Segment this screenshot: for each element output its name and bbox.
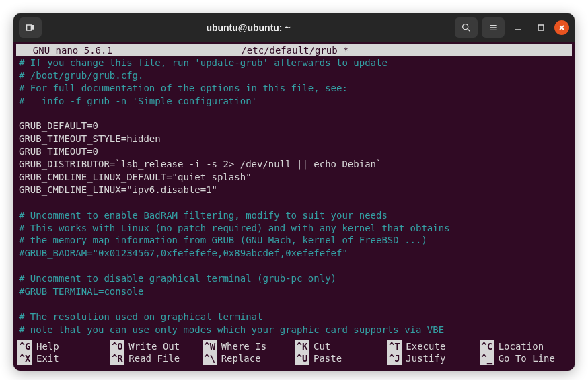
shortcut: ^XExit — [17, 352, 108, 365]
editor-line: # The resolution used on graphical termi… — [19, 311, 569, 324]
hamburger-menu-button[interactable] — [482, 17, 505, 38]
editor-line — [19, 298, 569, 311]
shortcut-label: Go To Line — [494, 352, 555, 365]
shortcut: ^JJustify — [387, 352, 478, 365]
editor-line: # /boot/grub/grub.cfg. — [19, 69, 569, 82]
nano-shortcuts: ^GHelp^OWrite Out^WWhere Is^KCut^TExecut… — [16, 340, 572, 369]
editor-line: # For full documentation of the options … — [19, 82, 569, 95]
shortcut-label: Cut — [309, 340, 330, 353]
shortcut: ^UPaste — [295, 352, 385, 365]
terminal-content[interactable]: GNU nano 5.6.1 /etc/default/grub * # If … — [13, 42, 575, 371]
editor-line: #GRUB_TERMINAL=console — [19, 285, 569, 298]
shortcut-label: Justify — [402, 352, 445, 365]
shortcut-label: Replace — [217, 352, 261, 365]
shortcut: ^CLocation — [480, 340, 571, 353]
shortcut-key: ^U — [295, 352, 309, 365]
editor-line: #GRUB_BADRAM="0x01234567,0xfefefefe,0x89… — [19, 247, 569, 260]
editor-line: GRUB_CMDLINE_LINUX="ipv6.disable=1" — [19, 184, 569, 196]
editor-line: # the memory map information from GRUB (… — [19, 234, 569, 247]
editor-line — [19, 260, 569, 272]
shortcut-key: ^X — [17, 352, 32, 365]
nano-file-name: /etc/default/grub * — [112, 44, 478, 57]
minimize-button[interactable] — [509, 18, 527, 37]
nano-header: GNU nano 5.6.1 /etc/default/grub * — [16, 44, 572, 56]
close-button[interactable] — [554, 20, 569, 35]
editor-line — [19, 196, 569, 209]
nano-app-name: GNU nano 5.6.1 — [16, 44, 112, 57]
shortcut-label: Location — [494, 340, 544, 353]
shortcut-label: Exit — [32, 352, 59, 365]
shortcut-key: ^O — [110, 340, 124, 353]
svg-rect-6 — [538, 25, 544, 30]
shortcut-key: ^W — [203, 340, 217, 353]
window-title: ubuntu@ubuntu: ~ — [46, 22, 451, 33]
shortcut-label: Execute — [402, 340, 445, 353]
shortcut: ^RRead File — [110, 352, 200, 365]
shortcut-key: ^T — [387, 340, 402, 353]
editor-line: GRUB_DEFAULT=0 — [19, 120, 569, 132]
editor-line: # Uncomment to disable graphical termina… — [19, 272, 569, 285]
new-tab-button[interactable] — [19, 17, 42, 38]
shortcut-key: ^R — [110, 352, 124, 365]
shortcut-key: ^K — [295, 340, 309, 353]
editor-line: # Uncomment to enable BadRAM filtering, … — [19, 209, 569, 222]
svg-line-1 — [468, 29, 470, 31]
shortcut: ^KCut — [295, 340, 385, 353]
shortcut: ^OWrite Out — [110, 340, 200, 353]
titlebar: ubuntu@ubuntu: ~ — [13, 13, 575, 42]
shortcut-key: ^J — [387, 352, 402, 365]
shortcut-label: Where Is — [217, 340, 266, 353]
editor-line: GRUB_DISTRIBUTOR=`lsb_release -i -s 2> /… — [19, 158, 569, 171]
terminal-window: ubuntu@ubuntu: ~ GNU nano 5.6.1 /etc/def… — [13, 13, 575, 371]
editor-line: GRUB_CMDLINE_LINUX_DEFAULT="quiet splash… — [19, 171, 569, 184]
editor-line: GRUB_TIMEOUT=0 — [19, 145, 569, 158]
shortcut-label: Read File — [124, 352, 180, 365]
editor-line: GRUB_TIMEOUT_STYLE=hidden — [19, 132, 569, 145]
editor-content[interactable]: # If you change this file, run 'update-g… — [16, 56, 572, 336]
editor-line: # If you change this file, run 'update-g… — [19, 56, 569, 69]
search-button[interactable] — [455, 17, 478, 38]
editor-line: # info -f grub -n 'Simple configuration' — [19, 95, 569, 108]
shortcut-key: ^G — [17, 340, 32, 353]
shortcut: ^WWhere Is — [203, 340, 293, 353]
shortcut-label: Write Out — [124, 340, 180, 353]
shortcut-label: Help — [32, 340, 59, 353]
shortcut-key: ^C — [480, 340, 494, 353]
shortcut-key: ^_ — [480, 352, 494, 365]
maximize-button[interactable] — [531, 18, 550, 37]
editor-line: # This works with Linux (no patch requir… — [19, 222, 569, 235]
editor-line: # note that you can use only modes which… — [19, 324, 569, 336]
svg-point-0 — [463, 24, 468, 30]
shortcut: ^_Go To Line — [480, 352, 571, 365]
shortcut-label: Paste — [309, 352, 342, 365]
shortcut: ^GHelp — [17, 340, 108, 353]
shortcut: ^TExecute — [387, 340, 478, 353]
shortcut-key: ^\ — [203, 352, 217, 365]
shortcut: ^\Replace — [203, 352, 293, 365]
editor-line — [19, 108, 569, 120]
